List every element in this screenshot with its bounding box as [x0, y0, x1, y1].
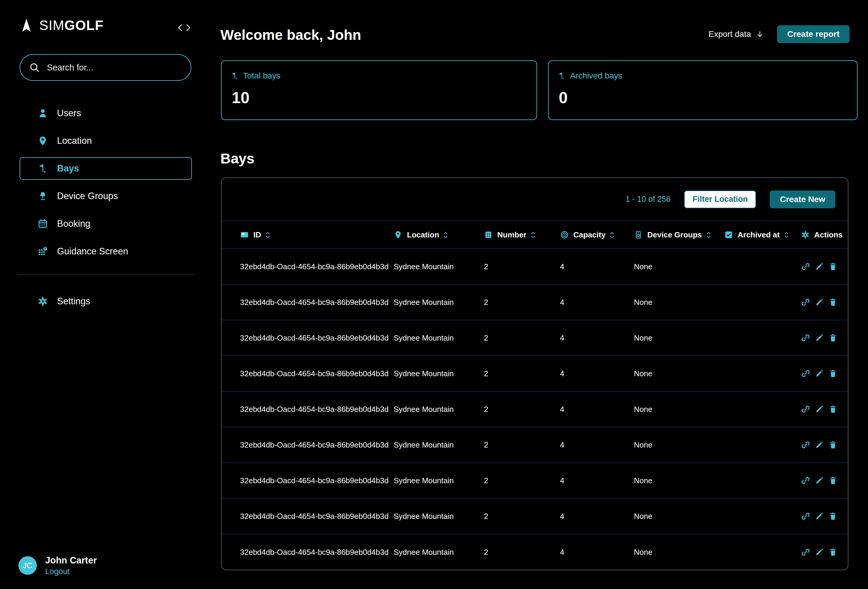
sidebar-item-guidance-screen[interactable]: Guidance Screen [19, 240, 192, 263]
sidebar-item-label: Location [57, 136, 92, 146]
row-actions [801, 476, 838, 485]
sort-icon[interactable] [266, 231, 270, 239]
create-report-button[interactable]: Create report [777, 25, 850, 43]
link-icon[interactable] [801, 476, 810, 485]
cell-number: 2 [484, 440, 560, 450]
chevron-left-icon [178, 24, 182, 31]
edit-icon[interactable] [815, 548, 824, 557]
cell-location: Sydnee Mountain [394, 298, 484, 307]
cell-number: 2 [484, 476, 560, 485]
map-pin-icon [37, 136, 48, 146]
edit-icon[interactable] [815, 262, 824, 271]
row-actions [801, 440, 838, 450]
row-actions [801, 511, 838, 521]
calendar-icon [37, 218, 48, 229]
cell-device-groups: None [634, 512, 724, 521]
link-icon[interactable] [801, 262, 810, 271]
cell-number: 2 [484, 369, 560, 378]
column-header-archived-at: Archived at [724, 230, 801, 240]
cell-id: 32ebd4db-Oacd-4654-bc9a-86b9eb0d4b3d [240, 476, 394, 485]
table-header-row: ID Location Number [221, 221, 848, 249]
bays-table-panel: 1 - 10 of 256 Filter Location Create New… [221, 178, 849, 570]
link-icon[interactable] [801, 404, 810, 414]
link-icon[interactable] [801, 297, 810, 307]
delete-icon[interactable] [828, 440, 838, 450]
sidebar-item-location[interactable]: Location [19, 130, 192, 152]
link-icon[interactable] [801, 440, 810, 450]
lamp-icon [37, 191, 48, 201]
sidebar-item-settings[interactable]: Settings [19, 290, 192, 313]
cell-capacity: 4 [560, 440, 634, 450]
link-icon[interactable] [801, 548, 810, 557]
sort-icon[interactable] [531, 231, 535, 239]
logout-link[interactable]: Logout [45, 567, 97, 576]
sort-icon[interactable] [706, 231, 711, 239]
row-actions [801, 262, 838, 271]
sort-icon[interactable] [784, 231, 789, 239]
link-icon[interactable] [801, 333, 810, 343]
golf-flag-icon [558, 72, 566, 80]
edit-icon[interactable] [815, 511, 824, 521]
cell-capacity: 4 [560, 333, 634, 343]
stat-card-total-bays: Total bays 10 [221, 60, 537, 120]
cell-location: Sydnee Mountain [394, 333, 484, 343]
stat-card-label: Total bays [243, 71, 280, 80]
delete-icon[interactable] [828, 511, 838, 521]
delete-icon[interactable] [828, 369, 838, 378]
search-input[interactable] [46, 62, 186, 73]
sort-icon[interactable] [443, 231, 448, 239]
sidebar-search [19, 54, 191, 81]
edit-icon[interactable] [815, 333, 824, 343]
cell-device-groups: None [634, 548, 724, 557]
target-icon [560, 230, 569, 239]
sidebar-item-label: Users [57, 108, 81, 118]
delete-icon[interactable] [828, 262, 838, 271]
arrow-down-icon [756, 30, 764, 38]
cell-id: 32ebd4db-Oacd-4654-bc9a-86b9eb0d4b3d [240, 512, 394, 521]
cell-location: Sydnee Mountain [394, 369, 484, 378]
column-header-number: Number [484, 230, 560, 240]
cell-capacity: 4 [560, 512, 634, 521]
link-icon[interactable] [801, 511, 810, 521]
golf-arrow-icon [19, 18, 33, 33]
sidebar-item-label: Settings [57, 296, 90, 307]
create-new-button[interactable]: Create New [770, 191, 836, 208]
map-pin-icon [394, 230, 403, 239]
stat-card-value: 10 [232, 88, 249, 107]
table-body: 32ebd4db-Oacd-4654-bc9a-86b9eb0d4b3d Syd… [221, 249, 848, 570]
column-label: Device Groups [647, 230, 702, 240]
link-icon[interactable] [801, 369, 810, 378]
sidebar-collapse-control[interactable] [178, 24, 191, 31]
checkbox-icon [724, 230, 733, 239]
sort-icon[interactable] [610, 231, 614, 239]
cell-number: 2 [484, 262, 560, 271]
cell-id: 32ebd4db-Oacd-4654-bc9a-86b9eb0d4b3d [240, 298, 394, 307]
delete-icon[interactable] [828, 476, 838, 485]
edit-icon[interactable] [815, 440, 824, 450]
delete-icon[interactable] [828, 404, 838, 414]
sidebar-item-booking[interactable]: Booking [19, 213, 192, 235]
header-actions: Export data Create report [709, 25, 850, 43]
cell-id: 32ebd4db-Oacd-4654-bc9a-86b9eb0d4b3d [240, 369, 394, 378]
delete-icon[interactable] [828, 333, 838, 343]
sidebar-item-bays[interactable]: Bays [19, 157, 192, 180]
sidebar-item-device-groups[interactable]: Device Groups [19, 185, 192, 207]
delete-icon[interactable] [828, 548, 838, 557]
stat-card-header: Archived bays [558, 71, 622, 80]
edit-icon[interactable] [815, 404, 824, 414]
edit-icon[interactable] [815, 369, 824, 378]
edit-icon[interactable] [815, 297, 824, 307]
page-title: Welcome back, John [220, 27, 361, 43]
user-icon [37, 108, 48, 118]
table-row: 32ebd4db-Oacd-4654-bc9a-86b9eb0d4b3d Syd… [221, 392, 848, 427]
page-root: { "colors": { "accent": "#47C6DA", "teal… [0, 0, 868, 589]
sidebar-item-label: Bays [57, 163, 79, 174]
column-label: Location [407, 230, 439, 240]
sidebar-item-users[interactable]: Users [19, 102, 192, 124]
column-label: ID [253, 230, 261, 240]
sidebar-item-label: Device Groups [57, 191, 118, 201]
edit-icon[interactable] [815, 476, 824, 485]
filter-location-button[interactable]: Filter Location [684, 191, 756, 208]
delete-icon[interactable] [828, 297, 838, 307]
export-data-button[interactable]: Export data [709, 30, 764, 39]
